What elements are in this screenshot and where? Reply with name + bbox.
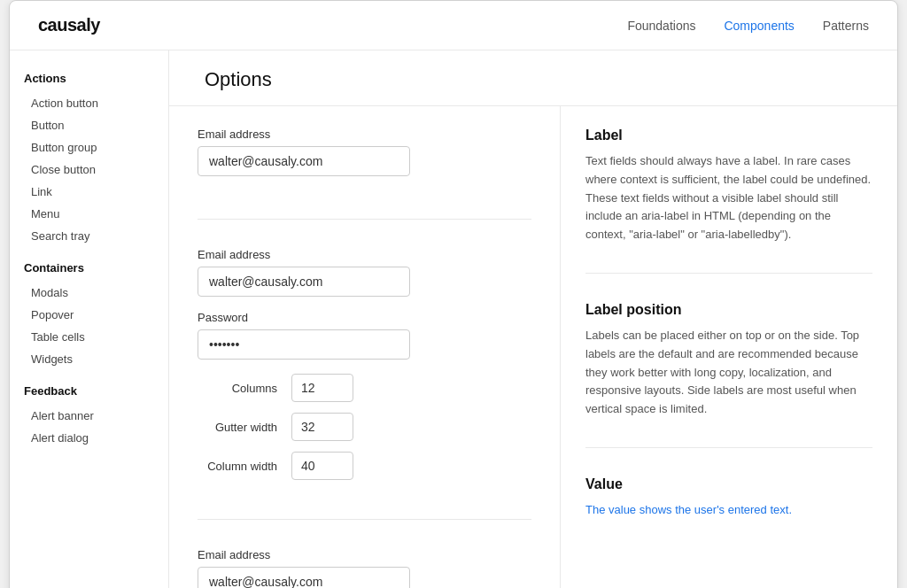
columns-label: Columns bbox=[198, 382, 277, 395]
sidebar-section-feedback: Feedback bbox=[24, 384, 154, 398]
sidebar-item-button-group[interactable]: Button group bbox=[24, 136, 154, 159]
info-text-label: Text fields should always have a label. … bbox=[585, 152, 872, 244]
page-title: Options bbox=[205, 68, 862, 91]
sidebar-item-search-tray[interactable]: Search tray bbox=[24, 225, 154, 247]
info-text-position: Labels can be placed either on top or on… bbox=[585, 327, 872, 419]
sidebar-item-modals[interactable]: Modals bbox=[24, 282, 154, 304]
sidebar-item-alert-banner[interactable]: Alert banner bbox=[24, 405, 154, 427]
sidebar-item-action-button[interactable]: Action button bbox=[24, 92, 154, 114]
main-nav: Foundations Components Patterns bbox=[627, 19, 869, 33]
gutter-label: Gutter width bbox=[198, 421, 277, 434]
email-label-1: Email address bbox=[198, 128, 531, 141]
field-group-password: Password bbox=[198, 311, 531, 360]
columns-input[interactable] bbox=[291, 374, 353, 402]
column-width-input[interactable] bbox=[291, 452, 353, 480]
demo-section-2: Email address Password Columns Gutt bbox=[198, 248, 531, 520]
sidebar: Actions Action button Button Button grou… bbox=[10, 50, 169, 588]
header: causaly Foundations Components Patterns bbox=[10, 1, 897, 50]
nav-patterns[interactable]: Patterns bbox=[823, 19, 869, 33]
field-group-email-3: Email address bbox=[198, 548, 531, 588]
email-input-2[interactable] bbox=[198, 267, 410, 297]
nav-components[interactable]: Components bbox=[724, 19, 794, 33]
info-section-label: Label Text fields should always have a l… bbox=[585, 128, 872, 274]
info-section-value: Value The value shows the user's entered… bbox=[585, 476, 872, 548]
logo: causaly bbox=[38, 15, 100, 35]
two-col-layout: Email address Email address Password bbox=[169, 106, 897, 588]
side-field-columns: Columns bbox=[198, 374, 531, 402]
demo-section-3: Email address bbox=[198, 548, 531, 588]
sidebar-item-table-cells[interactable]: Table cells bbox=[24, 326, 154, 348]
password-label: Password bbox=[198, 311, 531, 324]
info-section-position: Label position Labels can be placed eith… bbox=[585, 302, 872, 448]
demo-column: Email address Email address Password bbox=[169, 106, 561, 588]
sidebar-item-widgets[interactable]: Widgets bbox=[24, 348, 154, 370]
side-field-column-width: Column width bbox=[198, 452, 531, 480]
email-input-3[interactable] bbox=[198, 567, 410, 588]
nav-foundations[interactable]: Foundations bbox=[627, 19, 695, 33]
column-width-label: Column width bbox=[198, 460, 277, 473]
email-label-2: Email address bbox=[198, 248, 531, 261]
page-content: Options Email address Email bbox=[169, 50, 897, 588]
sidebar-item-popover[interactable]: Popover bbox=[24, 304, 154, 326]
info-text-value: The value shows the user's entered text. bbox=[585, 501, 872, 520]
info-column: Label Text fields should always have a l… bbox=[561, 106, 897, 588]
sidebar-item-button[interactable]: Button bbox=[24, 114, 154, 136]
sidebar-item-close-button[interactable]: Close button bbox=[24, 159, 154, 181]
email-input-1[interactable] bbox=[198, 146, 410, 176]
sidebar-section-actions: Actions bbox=[24, 72, 154, 85]
side-field-gutter: Gutter width bbox=[198, 413, 531, 441]
sidebar-item-link[interactable]: Link bbox=[24, 181, 154, 203]
info-title-position: Label position bbox=[585, 302, 872, 318]
main-layout: Actions Action button Button Button grou… bbox=[10, 50, 897, 588]
demo-section-1: Email address bbox=[198, 128, 531, 220]
page-header: Options bbox=[169, 50, 897, 106]
sidebar-item-menu[interactable]: Menu bbox=[24, 203, 154, 225]
gutter-input[interactable] bbox=[291, 413, 353, 441]
field-group-email-2: Email address bbox=[198, 248, 531, 297]
info-title-label: Label bbox=[585, 128, 872, 143]
info-title-value: Value bbox=[585, 476, 872, 492]
password-input[interactable] bbox=[198, 329, 410, 360]
sidebar-item-alert-dialog[interactable]: Alert dialog bbox=[24, 427, 154, 449]
sidebar-section-containers: Containers bbox=[24, 261, 154, 275]
email-label-3: Email address bbox=[198, 548, 531, 561]
field-group-email-1: Email address bbox=[198, 128, 531, 176]
